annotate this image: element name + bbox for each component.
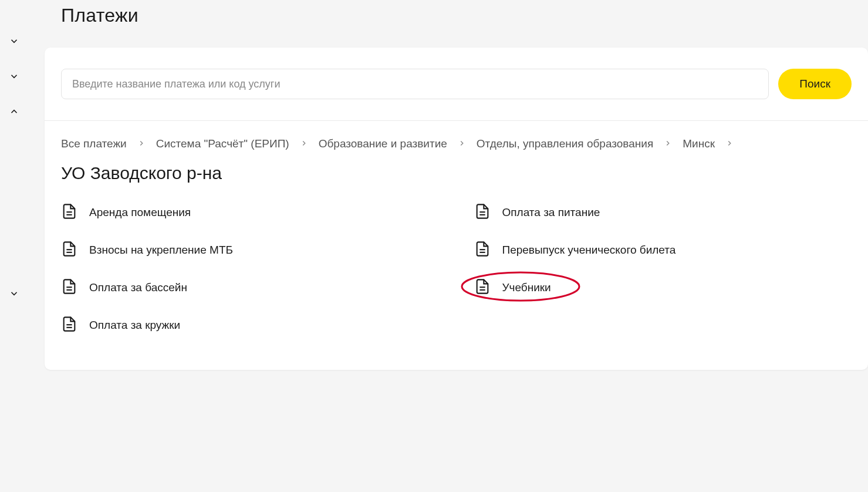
search-button[interactable]: Поиск (778, 69, 852, 99)
chevron-right-icon (725, 137, 734, 150)
payment-item-highlighted[interactable]: Учебники (474, 269, 852, 306)
breadcrumb-item[interactable]: Минск (683, 137, 715, 150)
sidebar-toggle-4[interactable] (0, 277, 28, 312)
sidebar-toggle-1[interactable] (0, 25, 28, 60)
chevron-up-icon (9, 106, 19, 119)
document-icon (61, 316, 77, 335)
category-title: УО Заводского р-на (45, 153, 868, 194)
breadcrumb-item[interactable]: Система "Расчёт" (ЕРИП) (156, 137, 289, 150)
chevron-down-icon (9, 71, 19, 84)
search-row: Поиск (45, 48, 868, 120)
payment-item-label: Учебники (502, 281, 551, 294)
items-column-right: Оплата за питание Перевыпуск ученическог… (474, 194, 852, 344)
chevron-right-icon (458, 137, 466, 150)
search-input[interactable] (61, 69, 769, 99)
payment-item[interactable]: Оплата за питание (474, 194, 852, 231)
payment-item-label: Перевыпуск ученического билета (502, 244, 676, 257)
payment-item[interactable]: Оплата за бассейн (61, 269, 439, 306)
document-icon (474, 203, 491, 222)
breadcrumb-item[interactable]: Образование и развитие (319, 137, 447, 150)
sidebar-toggle-2[interactable] (0, 60, 28, 95)
sidebar-toggle-3[interactable] (0, 95, 28, 130)
sidebar (0, 0, 28, 492)
payment-item[interactable]: Оплата за кружки (61, 306, 439, 344)
chevron-down-icon (9, 36, 19, 49)
payment-item[interactable]: Аренда помещения (61, 194, 439, 231)
payment-item-label: Оплата за питание (502, 206, 600, 219)
document-icon (61, 241, 77, 260)
payment-item[interactable]: Взносы на укрепление МТБ (61, 231, 439, 269)
items-column-left: Аренда помещения Взносы на укрепление МТ… (61, 194, 439, 344)
chevron-down-icon (9, 288, 19, 301)
breadcrumb-item[interactable]: Отделы, управления образования (477, 137, 653, 150)
payment-item-label: Оплата за бассейн (89, 281, 187, 294)
payment-item[interactable]: Перевыпуск ученического билета (474, 231, 852, 269)
items-grid: Аренда помещения Взносы на укрепление МТ… (45, 194, 868, 370)
document-icon (61, 203, 77, 222)
page-title: Платежи (61, 5, 868, 26)
payment-item-label: Взносы на укрепление МТБ (89, 244, 233, 257)
chevron-right-icon (137, 137, 146, 150)
breadcrumbs: Все платежи Система "Расчёт" (ЕРИП) Обра… (45, 121, 868, 153)
payment-item-label: Аренда помещения (89, 206, 191, 219)
document-icon (61, 278, 77, 297)
breadcrumb-item[interactable]: Все платежи (61, 137, 127, 150)
payment-item-label: Оплата за кружки (89, 319, 180, 332)
main-content: Платежи Поиск Все платежи Система "Расчё… (28, 0, 868, 492)
chevron-right-icon (300, 137, 308, 150)
document-icon (474, 278, 491, 297)
document-icon (474, 241, 491, 260)
payments-card: Поиск Все платежи Система "Расчёт" (ЕРИП… (45, 48, 868, 370)
chevron-right-icon (664, 137, 672, 150)
